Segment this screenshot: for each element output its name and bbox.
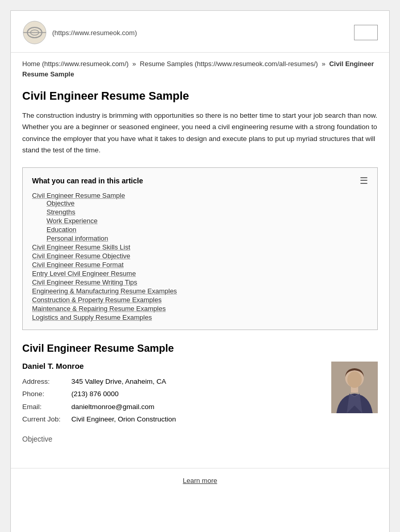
page-wrapper: (https://www.resumeok.com) Home (https:/… (10, 10, 390, 532)
resume-details-table: Address: 345 Valley Drive, Anaheim, CA P… (22, 375, 181, 426)
header-button[interactable] (354, 25, 378, 40)
toc-link-objective[interactable]: Objective (47, 199, 74, 207)
breadcrumb-resume-samples[interactable]: Resume Samples (https://www.resumeok.com… (140, 60, 318, 68)
toc-sub-item: Work Experience (47, 217, 368, 225)
header-url: (https://www.resumeok.com) (52, 29, 137, 37)
toc-link-maintenance-repairing[interactable]: Maintenance & Repairing Resume Examples (32, 305, 166, 312)
toc-item: Civil Engineer Resume Writing Tips (32, 278, 368, 286)
toc-item: Civil Engineer Resume Format (32, 261, 368, 269)
toc-title: What you can read in this article (32, 177, 143, 185)
toc-item: Civil Engineer Resume Objective (32, 252, 368, 260)
phone-value: (213) 876 0000 (71, 388, 181, 400)
toc-sub-item: Personal information (47, 234, 368, 242)
logo-icon (22, 20, 47, 45)
email-value: danieltmonroe@gmail.com (71, 401, 181, 413)
header-logo: (https://www.resumeok.com) (22, 20, 137, 45)
toc-item: Construction & Property Resume Examples (32, 296, 368, 304)
address-value: 345 Valley Drive, Anaheim, CA (71, 375, 181, 388)
resume-photo (331, 362, 378, 413)
resume-section-title: Civil Engineer Resume Sample (22, 342, 378, 354)
person-avatar-svg (331, 362, 378, 413)
header: (https://www.resumeok.com) (11, 11, 389, 53)
toc-link-resume-format[interactable]: Civil Engineer Resume Format (32, 261, 124, 269)
toc-link-education[interactable]: Education (47, 226, 76, 233)
svg-point-7 (347, 371, 362, 388)
objective-label: Objective (22, 435, 378, 443)
learn-more-bar: Learn more (11, 468, 389, 489)
toc-link-resume-objective[interactable]: Civil Engineer Resume Objective (32, 252, 130, 260)
toc-box: What you can read in this article ☰️ Civ… (22, 167, 378, 330)
toc-link-logistics-supply[interactable]: Logistics and Supply Resume Examples (32, 314, 152, 321)
toc-item: Engineering & Manufacturing Resume Examp… (32, 287, 368, 295)
resume-phone-row: Phone: (213) 876 0000 (22, 388, 181, 400)
toc-sub-list: Objective Strengths Work Experience Educ… (32, 199, 368, 242)
address-label: Address: (22, 375, 71, 388)
breadcrumb-home[interactable]: Home (https://www.resumeok.com/) (22, 60, 129, 68)
current-job-label: Current Job: (22, 413, 71, 426)
main-content: Civil Engineer Resume Sample The constru… (11, 84, 389, 458)
resume-card: Daniel T. Monroe Address: 345 Valley Dri… (22, 362, 378, 443)
toc-link-writing-tips[interactable]: Civil Engineer Resume Writing Tips (32, 278, 137, 286)
current-job-value: Civil Engineer, Orion Construction (71, 413, 181, 426)
toc-item: Entry Level Civil Engineer Resume (32, 270, 368, 277)
intro-paragraph: The construction industry is brimming wi… (22, 110, 378, 156)
resume-details: Address: 345 Valley Drive, Anaheim, CA P… (22, 375, 378, 426)
toc-item: Civil Engineer Resume Skills List (32, 243, 368, 251)
resume-current-job-row: Current Job: Civil Engineer, Orion Const… (22, 413, 181, 426)
toc-header: What you can read in this article ☰️ (32, 175, 368, 186)
toc-sub-item: Education (47, 226, 368, 233)
email-label: Email: (22, 401, 71, 413)
toc-link-engineering-manufacturing[interactable]: Engineering & Manufacturing Resume Examp… (32, 287, 177, 295)
toc-sub-item: Strengths (47, 208, 368, 216)
toc-link-construction-property[interactable]: Construction & Property Resume Examples (32, 296, 162, 304)
resume-address-row: Address: 345 Valley Drive, Anaheim, CA (22, 375, 181, 388)
toc-item: Maintenance & Repairing Resume Examples (32, 305, 368, 312)
toc-list: Civil Engineer Resume Sample Objective S… (32, 192, 368, 321)
learn-more-link[interactable]: Learn more (183, 477, 217, 484)
toc-link-work-experience[interactable]: Work Experience (47, 217, 98, 225)
toc-link-civil-engineer-resume-sample[interactable]: Civil Engineer Resume Sample (32, 192, 125, 199)
article-title: Civil Engineer Resume Sample (22, 89, 378, 103)
toc-link-strengths[interactable]: Strengths (47, 208, 75, 216)
resume-name: Daniel T. Monroe (22, 362, 378, 370)
toc-menu-icon[interactable]: ☰️ (360, 175, 368, 186)
toc-link-entry-level[interactable]: Entry Level Civil Engineer Resume (32, 270, 136, 277)
breadcrumb: Home (https://www.resumeok.com/) » Resum… (11, 53, 389, 84)
photo-placeholder (331, 362, 378, 413)
toc-link-skills[interactable]: Civil Engineer Resume Skills List (32, 243, 130, 251)
toc-item-main: Civil Engineer Resume Sample Objective S… (32, 192, 368, 242)
phone-label: Phone: (22, 388, 71, 400)
toc-item: Logistics and Supply Resume Examples (32, 314, 368, 321)
toc-sub-item: Objective (47, 199, 368, 207)
toc-link-personal-information[interactable]: Personal information (47, 234, 108, 242)
resume-email-row: Email: danieltmonroe@gmail.com (22, 401, 181, 413)
